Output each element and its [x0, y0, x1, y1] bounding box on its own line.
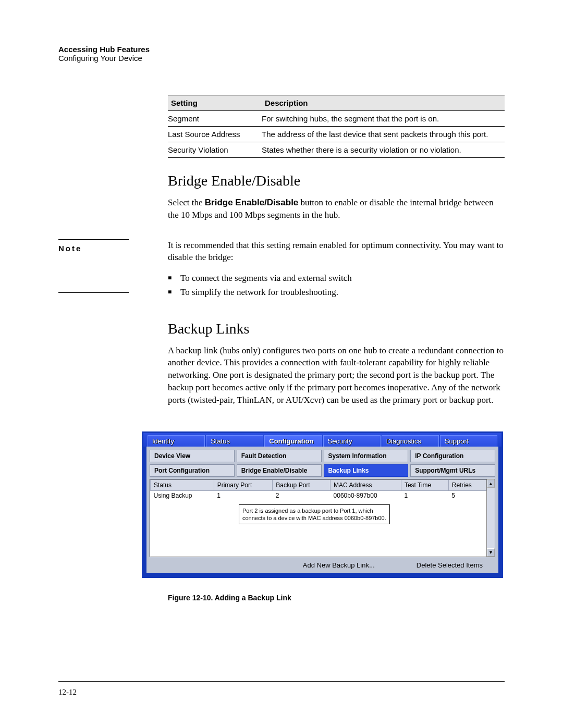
- settings-table: Setting Description Segment For switchin…: [168, 95, 505, 158]
- tab-status[interactable]: Status: [206, 435, 263, 447]
- table-head-setting: Setting: [168, 95, 262, 111]
- note-para: It is recommended that this setting rema…: [168, 239, 505, 264]
- add-backup-link-button[interactable]: Add New Backup Link...: [303, 561, 375, 569]
- table-head-description: Description: [262, 95, 505, 111]
- subtab-device-view[interactable]: Device View: [150, 450, 235, 462]
- table-row: Segment For switching hubs, the segment …: [168, 111, 505, 127]
- tab-diagnostics[interactable]: Diagnostics: [382, 435, 439, 447]
- note-bullets: To connect the segments via and external…: [168, 271, 505, 299]
- header-subtitle: Configuring Your Device: [58, 54, 505, 63]
- col-primary-port: Primary Port: [214, 479, 273, 490]
- col-test-time: Test Time: [401, 479, 448, 490]
- section-bridge-para: Select the Bridge Enable/Disable button …: [168, 196, 505, 221]
- section-backup-para: A backup link (hubs only) configures two…: [168, 344, 505, 406]
- note-bullet: To simplify the network for troubleshoot…: [180, 285, 505, 299]
- tab-configuration[interactable]: Configuration: [264, 435, 322, 447]
- section-heading-bridge: Bridge Enable/Disable: [168, 172, 505, 189]
- header-title: Accessing Hub Features: [58, 45, 505, 54]
- col-mac-address: MAC Address: [331, 479, 401, 490]
- backup-links-grid: Status Primary Port Backup Port MAC Addr…: [150, 479, 495, 557]
- subtab-ip-configuration[interactable]: IP Configuration: [410, 450, 495, 462]
- col-status: Status: [151, 479, 214, 490]
- delete-selected-button[interactable]: Delete Selected Items: [417, 561, 483, 569]
- screenshot-panel: Identity Status Configuration Security D…: [142, 431, 503, 578]
- col-retries: Retries: [448, 479, 486, 490]
- tab-identity[interactable]: Identity: [148, 435, 205, 447]
- tab-support[interactable]: Support: [440, 435, 497, 447]
- scrollbar[interactable]: ▲ ▼: [486, 479, 495, 557]
- subtab-bridge-enable-disable[interactable]: Bridge Enable/Disable: [237, 464, 322, 477]
- callout-box: Port 2 is assigned as a backup port to P…: [239, 504, 390, 525]
- table-row: Last Source Address The address of the l…: [168, 127, 505, 142]
- subtab-system-information[interactable]: System Information: [324, 450, 409, 462]
- tab-security[interactable]: Security: [323, 435, 381, 447]
- subtab-support-mgmt-urls[interactable]: Support/Mgmt URLs: [410, 464, 495, 477]
- scroll-down-icon[interactable]: ▼: [487, 548, 495, 557]
- page-number: 12-12: [58, 688, 77, 696]
- figure-caption: Figure 12-10. Adding a Backup Link: [168, 594, 505, 602]
- section-heading-backup: Backup Links: [168, 320, 505, 337]
- scroll-up-icon[interactable]: ▲: [487, 479, 495, 488]
- subtab-backup-links[interactable]: Backup Links: [324, 464, 409, 477]
- subtab-fault-detection[interactable]: Fault Detection: [237, 450, 322, 462]
- table-row: Security Violation States whether there …: [168, 142, 505, 158]
- grid-row[interactable]: Using Backup 1 2 0060b0-897b00 1 5: [151, 490, 486, 500]
- col-backup-port: Backup Port: [273, 479, 331, 490]
- subtab-port-configuration[interactable]: Port Configuration: [150, 464, 235, 477]
- page-header: Accessing Hub Features Configuring Your …: [58, 45, 505, 63]
- note-label: Note: [58, 244, 82, 253]
- note-bullet: To connect the segments via and external…: [180, 271, 505, 285]
